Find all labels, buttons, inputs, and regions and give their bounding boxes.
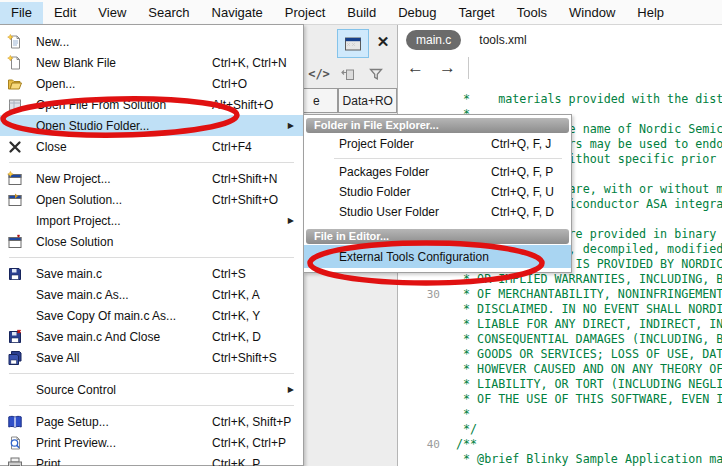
nav-forward-button[interactable]: →: [433, 58, 462, 78]
panel-tab-strip: eData+RO: [304, 88, 397, 113]
shortcut-label: Ctrl+K, Y: [212, 309, 260, 323]
menu-item-label: Import Project...: [36, 214, 121, 228]
menu-item-label: Save main.c As...: [36, 288, 129, 302]
paste-icon[interactable]: [335, 62, 361, 86]
print-preview-icon: [0, 435, 30, 451]
shortcut-label: Ctrl+F4: [212, 140, 252, 154]
code-icon[interactable]: </>: [306, 63, 332, 85]
shortcut-label: Ctrl+Q, F, J: [491, 137, 551, 151]
menu-item-save-main-c-as[interactable]: Save main.c As...Ctrl+K, A: [0, 284, 303, 305]
line-number: [398, 452, 440, 466]
new-file-icon: [0, 34, 30, 50]
line-number: [398, 272, 440, 287]
submenu-arrow-icon: ▶: [288, 216, 294, 225]
filter-icon[interactable]: [364, 62, 388, 86]
shortcut-label: Ctrl+Shift+O: [212, 193, 278, 207]
menu-item-save-copy-of-main-c-as[interactable]: Save Copy Of main.c As...Ctrl+K, Y: [0, 305, 303, 326]
line-number: [398, 302, 440, 317]
menu-item-label: External Tools Configuration: [339, 250, 489, 264]
menu-item-label: New Blank File: [36, 56, 116, 70]
submenu-item-studio-folder[interactable]: Studio FolderCtrl+Q, F, U: [304, 182, 571, 202]
line-number: 40: [398, 437, 440, 452]
code-text: * materials provided with the distributi…: [456, 92, 722, 107]
panel-tab-e[interactable]: e: [304, 88, 338, 113]
submenu-item-packages-folder[interactable]: Packages FolderCtrl+Q, F, P: [304, 162, 571, 182]
submenu-item-studio-user-folder[interactable]: Studio User FolderCtrl+Q, F, D: [304, 202, 571, 222]
menubar-item-edit[interactable]: Edit: [43, 2, 87, 24]
menu-separator: [9, 257, 294, 258]
new-project-icon: [0, 171, 30, 187]
save-icon: [0, 266, 30, 282]
menu-item-print-preview[interactable]: Print Preview...Ctrl+K, Ctrl+P: [0, 432, 303, 453]
menubar-item-debug[interactable]: Debug: [387, 2, 447, 24]
line-number: [398, 92, 440, 107]
menu-item-label: Open Studio Folder...: [36, 119, 149, 133]
menu-item-print[interactable]: Print...Ctrl+K, P: [0, 453, 303, 466]
code-line: * CONSEQUENTIAL DAMAGES (INCLUDING, BUT …: [398, 332, 722, 347]
line-number: [398, 422, 440, 437]
shortcut-label: Ctrl+Q, F, P: [491, 165, 553, 179]
open-studio-folder-submenu: Folder in File Explorer...Project Folder…: [303, 114, 572, 273]
menubar-item-target[interactable]: Target: [448, 2, 506, 24]
code-line: 40/**: [398, 437, 722, 452]
menu-item-open-studio-folder[interactable]: Open Studio Folder...▶: [0, 115, 303, 136]
menu-item-label: New...: [36, 35, 69, 49]
menu-item-new[interactable]: New...: [0, 31, 303, 52]
code-text: *: [456, 407, 470, 422]
editor-tab-tools-xml[interactable]: tools.xml: [469, 30, 536, 50]
panel-tab-data-ro[interactable]: Data+RO: [338, 88, 397, 113]
code-line: *: [398, 407, 722, 422]
menu-item-label: Packages Folder: [339, 165, 429, 179]
menu-item-label: Source Control: [36, 383, 116, 397]
shortcut-label: Ctrl+K, Shift+P: [212, 415, 291, 429]
code-text: /**: [456, 437, 477, 452]
submenu-group-header: File in Editor...: [306, 229, 569, 244]
menu-item-page-setup[interactable]: Page Setup...Ctrl+K, Shift+P: [0, 411, 303, 432]
print-icon: [0, 456, 30, 466]
line-number: [398, 362, 440, 377]
menu-item-label: Studio User Folder: [339, 205, 439, 219]
shortcut-label: Ctrl+K, Ctrl+N: [212, 56, 287, 70]
menu-item-new-blank-file[interactable]: New Blank FileCtrl+K, Ctrl+N: [0, 52, 303, 73]
shortcut-label: Ctrl+K, Ctrl+P: [212, 436, 286, 450]
menu-separator: [334, 158, 562, 159]
menu-item-label: Save All: [36, 351, 79, 365]
menu-item-open-file-from-solution[interactable]: Open File From SolutionAlt+Shift+O: [0, 94, 303, 115]
menu-item-save-main-c[interactable]: Save main.cCtrl+S: [0, 263, 303, 284]
menu-item-source-control[interactable]: Source Control▶: [0, 379, 303, 400]
menubar-item-help[interactable]: Help: [626, 2, 675, 24]
menu-bar: FileEditViewSearchNavigateProjectBuildDe…: [0, 0, 722, 25]
code-line: * DISCLAIMED. IN NO EVENT SHALL NORDIC S…: [398, 302, 722, 317]
menu-item-label: Open File From Solution: [36, 98, 166, 112]
editor-nav-bar: ← →: [398, 55, 469, 81]
menubar-item-build[interactable]: Build: [336, 2, 387, 24]
menu-item-close-solution[interactable]: Close Solution: [0, 231, 303, 252]
menubar-item-view[interactable]: View: [87, 2, 137, 24]
menu-item-open-solution[interactable]: Open Solution...Ctrl+Shift+O: [0, 189, 303, 210]
nav-back-button[interactable]: ←: [401, 58, 430, 78]
menubar-item-file[interactable]: File: [0, 2, 43, 24]
line-number: [398, 392, 440, 407]
menubar-item-project[interactable]: Project: [274, 2, 336, 24]
code-text: */: [456, 422, 477, 437]
submenu-item-project-folder[interactable]: Project FolderCtrl+Q, F, J: [304, 134, 571, 154]
open-solution-icon: [0, 192, 30, 208]
menu-item-new-project[interactable]: New Project...Ctrl+Shift+N: [0, 168, 303, 189]
menu-item-import-project[interactable]: Import Project...▶: [0, 210, 303, 231]
line-number: [398, 317, 440, 332]
shortcut-label: Ctrl+Q, F, U: [491, 185, 554, 199]
menu-item-save-main-c-and-close[interactable]: Save main.c And CloseCtrl+K, D: [0, 326, 303, 347]
menubar-item-window[interactable]: Window: [558, 2, 626, 24]
menu-item-close[interactable]: CloseCtrl+F4: [0, 136, 303, 157]
submenu-item-external-tools-configuration[interactable]: External Tools Configuration: [304, 245, 571, 268]
shortcut-label: Ctrl+K, D: [212, 330, 261, 344]
menu-item-open[interactable]: Open...Ctrl+O: [0, 73, 303, 94]
menu-item-save-all[interactable]: Save AllCtrl+Shift+S: [0, 347, 303, 368]
code-line: * LIABLE FOR ANY DIRECT, INDIRECT, INCID…: [398, 317, 722, 332]
menubar-item-search[interactable]: Search: [137, 2, 200, 24]
editor-tab-main-c[interactable]: main.c: [406, 30, 461, 50]
menubar-item-tools[interactable]: Tools: [506, 2, 558, 24]
menubar-item-navigate[interactable]: Navigate: [201, 2, 274, 24]
close-icon[interactable]: ✕: [373, 32, 393, 52]
window-icon[interactable]: [337, 29, 369, 58]
